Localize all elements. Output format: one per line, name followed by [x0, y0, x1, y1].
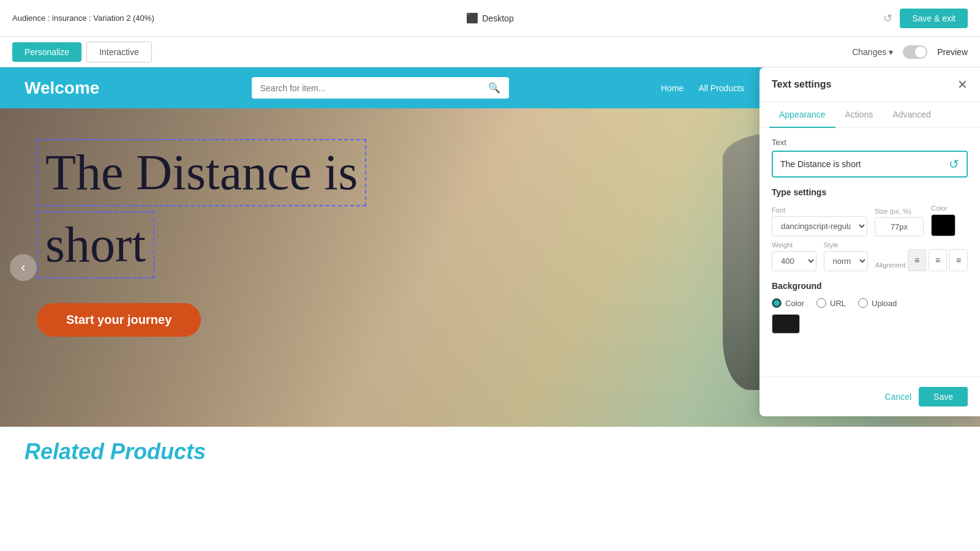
bg-url-option[interactable]: URL [816, 298, 846, 308]
background-section: Background Color URL Upload [772, 281, 968, 334]
weight-label: Weight [772, 241, 816, 249]
site-logo: Welcome [24, 78, 99, 98]
tab-personalize[interactable]: Personalize [12, 42, 81, 62]
background-radio-row: Color URL Upload [772, 298, 968, 308]
tab-actions[interactable]: Actions [835, 102, 883, 128]
tab-bar: Personalize Interactive Changes ▾ Previe… [0, 37, 980, 67]
bg-upload-radio[interactable] [858, 298, 868, 308]
text-value-input[interactable] [780, 159, 944, 169]
size-label: Size (px, %) [875, 208, 924, 215]
panel-title: Text settings [772, 79, 832, 90]
align-center-button[interactable]: ≡ [929, 249, 947, 271]
hero-main-text: The Distance is [45, 144, 358, 200]
tab-appearance[interactable]: Appearance [769, 102, 835, 128]
align-left-button[interactable]: ≡ [908, 249, 926, 271]
tab-interactive[interactable]: Interactive [86, 42, 152, 62]
preview-toggle[interactable] [903, 45, 927, 59]
text-label: Text [772, 138, 968, 147]
search-input[interactable] [260, 83, 488, 93]
save-button[interactable]: Save [919, 387, 968, 407]
nav-all-products[interactable]: All Products [698, 83, 744, 93]
panel-tabs: Appearance Actions Advanced [760, 102, 980, 128]
tab-advanced[interactable]: Advanced [883, 102, 940, 128]
font-label: Font [772, 206, 867, 214]
panel-close-button[interactable]: ✕ [957, 77, 968, 92]
hero-content: The Distance is short Start your journey [37, 139, 366, 337]
alignment-label: Alignment [875, 261, 905, 269]
panel-body: Text ↺ Type settings Font dancingscript-… [760, 128, 980, 343]
hero-text-box-1[interactable]: The Distance is [37, 139, 366, 206]
nav-home[interactable]: Home [661, 83, 684, 93]
regenerate-icon[interactable]: ↺ [949, 157, 959, 171]
text-settings-panel: Text settings ✕ Appearance Actions Advan… [760, 67, 980, 416]
alignment-col: Alignment ≡ ≡ ≡ [875, 249, 968, 271]
color-swatch[interactable] [931, 214, 956, 236]
chevron-down-icon: ▾ [889, 47, 893, 57]
bg-color-swatch[interactable] [772, 314, 800, 334]
bg-color-radio[interactable] [772, 298, 782, 308]
type-row-font-size-color: Font dancingscript-regular, "... Size (p… [772, 204, 968, 236]
main-area: Welcome 🔍 Home All Products Tops Bottoms… [0, 67, 980, 551]
audience-label: Audience : insurance : Variation 2 (40%) [12, 13, 154, 23]
tab-bar-right: Changes ▾ Preview [852, 45, 968, 59]
style-col: Style normal [824, 241, 869, 271]
desktop-icon: ⬛ [466, 12, 478, 24]
save-exit-button[interactable]: Save & exit [900, 9, 968, 28]
style-label: Style [824, 241, 869, 249]
changes-button[interactable]: Changes ▾ [852, 47, 893, 57]
desktop-button[interactable]: ⬛ Desktop [466, 12, 513, 24]
top-bar: Audience : insurance : Variation 2 (40%)… [0, 0, 980, 37]
bg-upload-option[interactable]: Upload [858, 298, 897, 308]
text-input-row: ↺ [772, 151, 968, 178]
preview-label: Preview [937, 47, 968, 57]
related-title: Related Products [24, 439, 956, 465]
alignment-buttons: ≡ ≡ ≡ [908, 249, 968, 271]
font-col: Font dancingscript-regular, "... [772, 206, 867, 236]
top-right-actions: ↺ Save & exit [883, 9, 968, 28]
color-label: Color [931, 204, 968, 212]
size-col: Size (px, %) [875, 208, 924, 236]
bg-color-option[interactable]: Color [772, 298, 804, 308]
size-input[interactable] [875, 217, 924, 236]
panel-header: Text settings ✕ [760, 67, 980, 102]
background-label: Background [772, 281, 968, 291]
panel-footer: Cancel Save [760, 377, 980, 416]
related-section: Related Products [0, 427, 980, 477]
bg-url-radio[interactable] [816, 298, 826, 308]
hero-cta-button[interactable]: Start your journey [37, 303, 201, 337]
search-icon: 🔍 [488, 82, 500, 94]
style-select[interactable]: normal [824, 251, 869, 271]
search-bar: 🔍 [252, 77, 509, 99]
carousel-prev-button[interactable]: ‹ [10, 254, 37, 281]
type-settings-label: Type settings [772, 187, 968, 197]
hero-text-box-2[interactable]: short [37, 211, 154, 279]
align-right-button[interactable]: ≡ [949, 249, 968, 271]
type-row-weight-style-align: Weight 400 Style normal Alignment ≡ ≡ [772, 241, 968, 271]
weight-select[interactable]: 400 [772, 251, 816, 271]
weight-col: Weight 400 [772, 241, 816, 271]
hero-sub-text: short [45, 217, 146, 272]
refresh-button[interactable]: ↺ [883, 12, 892, 25]
color-col: Color [931, 204, 968, 236]
cancel-button[interactable]: Cancel [884, 387, 911, 407]
font-select[interactable]: dancingscript-regular, "... [772, 216, 867, 236]
